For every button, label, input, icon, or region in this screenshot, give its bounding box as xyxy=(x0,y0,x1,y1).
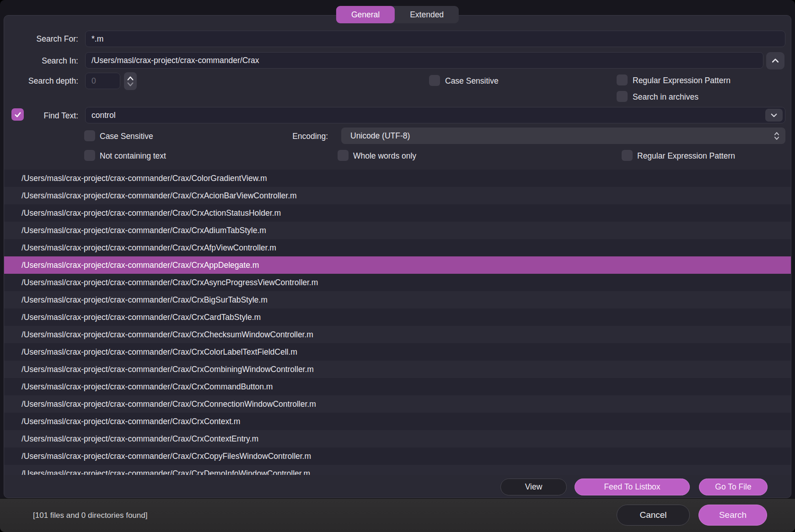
result-row[interactable]: /Users/masl/crax-project/crax-commander/… xyxy=(4,343,791,361)
chevron-down-icon xyxy=(770,111,778,119)
chevron-up-icon xyxy=(771,56,780,65)
cancel-button[interactable]: Cancel xyxy=(617,505,690,526)
encoding-select[interactable]: Unicode (UTF-8) xyxy=(341,128,785,144)
go-to-file-button[interactable]: Go To File xyxy=(699,479,768,495)
result-row[interactable]: /Users/masl/crax-project/crax-commander/… xyxy=(4,204,791,222)
search-depth-stepper[interactable] xyxy=(124,72,137,90)
whole-words-label: Whole words only xyxy=(353,151,416,161)
find-regex-label: Regular Expression Pattern xyxy=(637,151,735,161)
encoding-value: Unicode (UTF-8) xyxy=(350,131,410,141)
search-dialog: General Extended Search For: *.m Search … xyxy=(0,0,795,532)
find-regex-checkbox[interactable] xyxy=(622,150,633,161)
search-for-label: Search For: xyxy=(4,34,78,44)
result-row[interactable]: /Users/masl/crax-project/crax-commander/… xyxy=(4,274,791,291)
result-row[interactable]: /Users/masl/crax-project/crax-commander/… xyxy=(4,395,791,413)
choose-folder-button[interactable] xyxy=(766,52,784,69)
find-case-sensitive-checkbox[interactable] xyxy=(84,130,95,141)
stepper-down-icon[interactable] xyxy=(126,81,134,87)
find-text-history-button[interactable] xyxy=(765,109,783,122)
result-row[interactable]: /Users/masl/crax-project/crax-commander/… xyxy=(4,413,791,430)
search-for-input[interactable]: *.m xyxy=(85,31,785,47)
whole-words-checkbox[interactable] xyxy=(338,150,349,161)
result-row[interactable]: /Users/masl/crax-project/crax-commander/… xyxy=(4,378,791,395)
result-row[interactable]: /Users/masl/crax-project/crax-commander/… xyxy=(4,447,791,465)
result-row[interactable]: /Users/masl/crax-project/crax-commander/… xyxy=(4,239,791,256)
search-depth-input[interactable]: 0 xyxy=(85,73,120,89)
search-in-input[interactable]: /Users/masl/crax-project/crax-commander/… xyxy=(85,52,763,69)
regex-pattern-checkbox[interactable] xyxy=(617,74,628,85)
tab-bar: General Extended xyxy=(336,6,459,23)
result-row[interactable]: /Users/masl/crax-project/crax-commander/… xyxy=(4,291,791,309)
search-for-value: *.m xyxy=(91,34,103,44)
search-depth-value: 0 xyxy=(91,76,96,86)
find-text-label: Find Text: xyxy=(4,111,78,121)
case-sensitive-checkbox[interactable] xyxy=(429,75,440,86)
footer-bar: [101 files and 0 directories found] Canc… xyxy=(0,498,795,532)
encoding-label: Encoding: xyxy=(233,132,328,141)
result-row[interactable]: /Users/masl/crax-project/crax-commander/… xyxy=(4,430,791,447)
search-panel: Search For: *.m Search In: /Users/masl/c… xyxy=(4,15,791,498)
results-list[interactable]: /Users/masl/crax-project/crax-commander/… xyxy=(4,170,791,475)
find-text-value: control xyxy=(91,111,116,120)
result-row[interactable]: /Users/masl/crax-project/crax-commander/… xyxy=(4,256,791,274)
status-text: [101 files and 0 directories found] xyxy=(33,499,147,532)
stepper-up-icon[interactable] xyxy=(126,75,134,81)
result-row[interactable]: /Users/masl/crax-project/crax-commander/… xyxy=(4,326,791,343)
not-containing-label: Not containing text xyxy=(100,151,166,161)
result-row[interactable]: /Users/masl/crax-project/crax-commander/… xyxy=(4,187,791,204)
tab-general[interactable]: General xyxy=(336,6,395,23)
search-depth-label: Search depth: xyxy=(4,76,78,86)
result-row[interactable]: /Users/masl/crax-project/crax-commander/… xyxy=(4,309,791,326)
find-text-input[interactable]: control xyxy=(85,107,785,123)
search-button[interactable]: Search xyxy=(698,505,767,526)
view-button[interactable]: View xyxy=(500,479,567,495)
search-in-value: /Users/masl/crax-project/crax-commander/… xyxy=(91,56,259,65)
regex-pattern-label: Regular Expression Pattern xyxy=(633,76,731,85)
updown-chevrons-icon xyxy=(774,132,780,140)
feed-to-listbox-button[interactable]: Feed To Listbox xyxy=(575,479,690,495)
case-sensitive-label: Case Sensitive xyxy=(445,76,499,86)
search-archives-checkbox[interactable] xyxy=(617,91,628,102)
result-row[interactable]: /Users/masl/crax-project/crax-commander/… xyxy=(4,222,791,239)
search-archives-label: Search in archives xyxy=(633,92,698,102)
result-row[interactable]: /Users/masl/crax-project/crax-commander/… xyxy=(4,465,791,475)
result-row[interactable]: /Users/masl/crax-project/crax-commander/… xyxy=(4,361,791,378)
result-row[interactable]: /Users/masl/crax-project/crax-commander/… xyxy=(4,170,791,187)
find-case-sensitive-label: Case Sensitive xyxy=(100,132,153,141)
search-in-label: Search In: xyxy=(4,56,78,66)
tab-extended[interactable]: Extended xyxy=(395,6,459,23)
not-containing-checkbox[interactable] xyxy=(84,150,95,161)
